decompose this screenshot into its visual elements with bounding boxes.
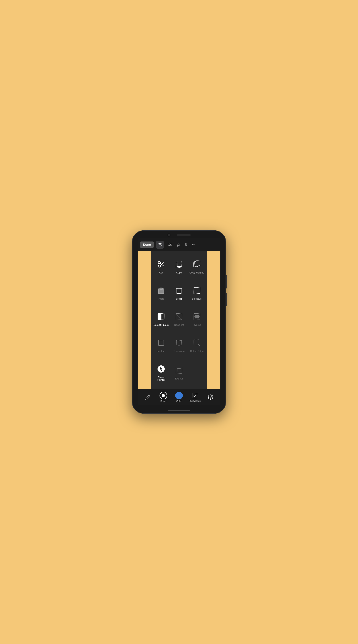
phone-device: Done bbox=[132, 230, 226, 414]
pointer-icon bbox=[156, 363, 167, 374]
layers-icon bbox=[207, 394, 214, 401]
clear-menu-item[interactable]: Clear bbox=[170, 279, 188, 306]
svg-rect-36 bbox=[176, 340, 182, 345]
edge-aware-label: Edge Aware bbox=[189, 400, 201, 402]
done-button[interactable]: Done bbox=[140, 242, 154, 248]
svg-rect-29 bbox=[158, 314, 161, 320]
color-item[interactable]: Color bbox=[171, 392, 187, 402]
refine-edge-menu-item[interactable]: Refine Edge bbox=[188, 332, 206, 358]
cut-menu-item[interactable]: Cut bbox=[152, 253, 170, 279]
svg-line-50 bbox=[148, 396, 149, 396]
blend-icon[interactable]: & bbox=[183, 242, 189, 248]
empty-slot bbox=[188, 358, 206, 387]
paste-label: Paste bbox=[158, 298, 164, 300]
color-label: Color bbox=[176, 400, 182, 402]
paste-menu-item[interactable]: Paste bbox=[152, 279, 170, 306]
copy-menu-item[interactable]: Copy bbox=[170, 253, 188, 279]
extract-icon bbox=[173, 365, 185, 376]
refine-edge-label: Refine Edge bbox=[190, 350, 204, 352]
scissors-icon bbox=[156, 259, 167, 270]
show-pointer-menu-item[interactable]: Show Pointer bbox=[152, 358, 170, 387]
transform-label: Transform bbox=[173, 350, 185, 352]
transform-menu-item[interactable]: Transform bbox=[170, 332, 188, 358]
copy-label: Copy bbox=[176, 271, 182, 274]
cut-label: Cut bbox=[159, 271, 163, 274]
trash-icon bbox=[173, 285, 185, 296]
show-pointer-label: Show Pointer bbox=[154, 376, 169, 381]
brush-circle-icon bbox=[160, 392, 167, 399]
phone-screen: Done bbox=[138, 238, 220, 405]
svg-marker-44 bbox=[182, 342, 183, 344]
transform-icon bbox=[173, 337, 185, 348]
top-toolbar: Done bbox=[138, 238, 220, 251]
deselect-label: Deselect bbox=[174, 324, 184, 326]
canvas-right-panel bbox=[207, 251, 220, 389]
svg-rect-17 bbox=[196, 261, 200, 266]
front-camera bbox=[167, 234, 171, 236]
svg-rect-19 bbox=[160, 288, 162, 290]
undo-icon[interactable]: ↩ bbox=[191, 241, 197, 248]
select-pixels-menu-item[interactable]: Select Pixels bbox=[152, 306, 170, 332]
svg-point-9 bbox=[158, 265, 160, 267]
extract-menu-item[interactable]: Extract bbox=[170, 358, 188, 387]
deselect-icon bbox=[173, 311, 185, 322]
feather-label: Feather bbox=[157, 350, 165, 352]
svg-rect-35 bbox=[158, 340, 164, 346]
notch-area bbox=[132, 230, 226, 236]
svg-rect-51 bbox=[192, 393, 197, 398]
home-indicator[interactable] bbox=[168, 410, 190, 411]
svg-rect-30 bbox=[161, 314, 164, 320]
select-all-menu-item[interactable]: Select All bbox=[188, 279, 206, 306]
inverse-menu-item[interactable]: Inverse bbox=[188, 306, 206, 332]
paste-icon bbox=[156, 285, 167, 296]
copy-merged-label: Copy Merged bbox=[190, 271, 204, 274]
feather-menu-item[interactable]: Feather bbox=[152, 332, 170, 358]
canvas-area: Cut Copy bbox=[138, 251, 220, 389]
inverse-label: Inverse bbox=[193, 324, 201, 326]
svg-marker-41 bbox=[178, 339, 180, 340]
speaker bbox=[177, 234, 191, 236]
select-pixels-icon bbox=[156, 311, 167, 322]
svg-rect-2 bbox=[159, 245, 161, 246]
select-all-icon bbox=[191, 285, 202, 296]
canvas-left-panel bbox=[138, 251, 151, 389]
svg-rect-0 bbox=[158, 242, 160, 244]
select-all-label: Select All bbox=[192, 298, 202, 300]
svg-line-32 bbox=[176, 314, 182, 320]
svg-marker-43 bbox=[175, 342, 176, 344]
add-layer-item[interactable] bbox=[202, 394, 218, 401]
copy-icon bbox=[173, 259, 185, 270]
feather-icon bbox=[156, 337, 167, 348]
edge-aware-icon bbox=[191, 392, 198, 399]
bottom-toolbar: Brush Color Edge Aware bbox=[138, 389, 220, 405]
clear-label: Clear bbox=[176, 298, 182, 300]
svg-point-7 bbox=[170, 244, 171, 245]
refine-edge-icon bbox=[191, 337, 202, 348]
brush-tool-item[interactable] bbox=[140, 394, 156, 401]
svg-rect-28 bbox=[194, 287, 200, 294]
edge-aware-item[interactable]: Edge Aware bbox=[187, 392, 202, 402]
volume-button[interactable] bbox=[226, 293, 227, 306]
toolbar-icons: fx & ↩ bbox=[156, 241, 197, 249]
svg-rect-1 bbox=[160, 242, 162, 244]
adjust-icon[interactable] bbox=[166, 241, 174, 249]
select-pixels-label: Select Pixels bbox=[154, 324, 168, 326]
context-menu: Cut Copy bbox=[151, 251, 207, 389]
copy-merged-menu-item[interactable]: Copy Merged bbox=[188, 253, 206, 279]
svg-rect-48 bbox=[176, 367, 182, 374]
extract-label: Extract bbox=[175, 377, 183, 380]
svg-point-8 bbox=[169, 245, 170, 246]
svg-rect-34 bbox=[195, 315, 199, 318]
svg-point-6 bbox=[169, 242, 170, 244]
selection-icon[interactable] bbox=[156, 241, 164, 249]
svg-rect-49 bbox=[177, 368, 181, 372]
color-dot-icon bbox=[175, 392, 183, 399]
fx-icon[interactable]: fx bbox=[176, 242, 181, 248]
brush-icon bbox=[144, 394, 151, 401]
deselect-menu-item[interactable]: Deselect bbox=[170, 306, 188, 332]
svg-point-10 bbox=[158, 262, 160, 264]
power-button[interactable] bbox=[226, 275, 227, 288]
copy-merged-icon bbox=[191, 259, 202, 270]
brush-circle-item[interactable]: Brush bbox=[156, 392, 171, 402]
svg-marker-42 bbox=[178, 346, 180, 346]
